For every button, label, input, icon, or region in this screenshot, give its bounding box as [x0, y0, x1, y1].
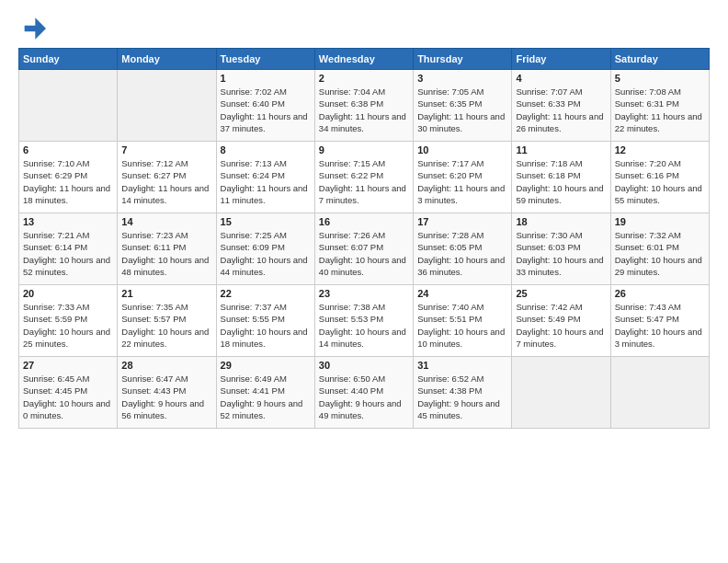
day-info: Sunrise: 7:12 AMSunset: 6:27 PMDaylight:… — [121, 157, 211, 206]
logo — [18, 15, 50, 42]
day-number: 20 — [23, 288, 113, 299]
day-number: 18 — [516, 216, 606, 227]
weekday-header-tuesday: Tuesday — [216, 49, 314, 70]
day-number: 7 — [121, 144, 211, 155]
day-number: 6 — [23, 144, 113, 155]
calendar-cell: 22Sunrise: 7:37 AMSunset: 5:55 PMDayligh… — [216, 285, 314, 357]
weekday-header-monday: Monday — [118, 49, 216, 70]
day-info: Sunrise: 7:25 AMSunset: 6:09 PMDaylight:… — [221, 229, 311, 278]
day-info: Sunrise: 7:30 AMSunset: 6:03 PMDaylight:… — [516, 229, 606, 278]
calendar-cell: 19Sunrise: 7:32 AMSunset: 6:01 PMDayligh… — [610, 213, 709, 285]
calendar-week-4: 20Sunrise: 7:33 AMSunset: 5:59 PMDayligh… — [19, 285, 710, 357]
day-info: Sunrise: 7:17 AMSunset: 6:20 PMDaylight:… — [417, 157, 507, 206]
calendar-cell: 2Sunrise: 7:04 AMSunset: 6:38 PMDaylight… — [314, 70, 413, 142]
day-number: 13 — [23, 216, 113, 227]
calendar-cell — [610, 357, 709, 429]
day-number: 23 — [319, 288, 409, 299]
day-info: Sunrise: 7:35 AMSunset: 5:57 PMDaylight:… — [121, 301, 211, 350]
day-number: 4 — [516, 73, 606, 84]
calendar-cell: 13Sunrise: 7:21 AMSunset: 6:14 PMDayligh… — [19, 213, 118, 285]
day-number: 15 — [221, 216, 311, 227]
calendar-cell: 24Sunrise: 7:40 AMSunset: 5:51 PMDayligh… — [414, 285, 512, 357]
header-row: SundayMondayTuesdayWednesdayThursdayFrid… — [19, 49, 710, 70]
svg-marker-0 — [25, 17, 46, 39]
calendar-cell: 8Sunrise: 7:13 AMSunset: 6:24 PMDaylight… — [216, 142, 314, 213]
day-info: Sunrise: 7:26 AMSunset: 6:07 PMDaylight:… — [319, 229, 409, 278]
calendar-cell: 7Sunrise: 7:12 AMSunset: 6:27 PMDaylight… — [118, 142, 216, 213]
day-info: Sunrise: 7:13 AMSunset: 6:24 PMDaylight:… — [221, 157, 311, 206]
day-number: 17 — [417, 216, 507, 227]
header — [18, 15, 710, 42]
day-number: 8 — [221, 144, 311, 155]
page: SundayMondayTuesdayWednesdayThursdayFrid… — [0, 0, 728, 438]
calendar-cell — [19, 70, 118, 142]
calendar-cell: 1Sunrise: 7:02 AMSunset: 6:40 PMDaylight… — [216, 70, 314, 142]
calendar-cell: 27Sunrise: 6:45 AMSunset: 4:45 PMDayligh… — [19, 357, 118, 429]
day-info: Sunrise: 7:33 AMSunset: 5:59 PMDaylight:… — [23, 301, 113, 350]
day-info: Sunrise: 7:28 AMSunset: 6:05 PMDaylight:… — [417, 229, 507, 278]
day-info: Sunrise: 7:37 AMSunset: 5:55 PMDaylight:… — [221, 301, 311, 350]
day-number: 26 — [615, 288, 705, 299]
calendar-cell: 15Sunrise: 7:25 AMSunset: 6:09 PMDayligh… — [216, 213, 314, 285]
day-number: 27 — [23, 360, 113, 371]
day-number: 12 — [615, 144, 705, 155]
day-number: 28 — [121, 360, 211, 371]
weekday-header-friday: Friday — [512, 49, 610, 70]
day-info: Sunrise: 7:20 AMSunset: 6:16 PMDaylight:… — [615, 157, 705, 206]
day-number: 1 — [221, 73, 311, 84]
day-number: 16 — [319, 216, 409, 227]
day-info: Sunrise: 6:52 AMSunset: 4:38 PMDaylight:… — [417, 373, 507, 421]
calendar-cell: 20Sunrise: 7:33 AMSunset: 5:59 PMDayligh… — [19, 285, 118, 357]
day-number: 3 — [417, 73, 507, 84]
day-number: 21 — [121, 288, 211, 299]
day-info: Sunrise: 7:04 AMSunset: 6:38 PMDaylight:… — [319, 86, 409, 134]
day-info: Sunrise: 7:42 AMSunset: 5:49 PMDaylight:… — [516, 301, 606, 350]
calendar-cell: 25Sunrise: 7:42 AMSunset: 5:49 PMDayligh… — [512, 285, 610, 357]
day-number: 5 — [615, 73, 705, 84]
calendar-cell: 23Sunrise: 7:38 AMSunset: 5:53 PMDayligh… — [314, 285, 413, 357]
calendar-cell: 14Sunrise: 7:23 AMSunset: 6:11 PMDayligh… — [118, 213, 216, 285]
day-number: 9 — [319, 144, 409, 155]
calendar-cell: 26Sunrise: 7:43 AMSunset: 5:47 PMDayligh… — [610, 285, 709, 357]
weekday-header-saturday: Saturday — [610, 49, 709, 70]
calendar-cell: 9Sunrise: 7:15 AMSunset: 6:22 PMDaylight… — [314, 142, 413, 213]
calendar-cell: 28Sunrise: 6:47 AMSunset: 4:43 PMDayligh… — [118, 357, 216, 429]
calendar-week-1: 1Sunrise: 7:02 AMSunset: 6:40 PMDaylight… — [19, 70, 710, 142]
calendar-cell: 18Sunrise: 7:30 AMSunset: 6:03 PMDayligh… — [512, 213, 610, 285]
day-info: Sunrise: 7:05 AMSunset: 6:35 PMDaylight:… — [417, 86, 507, 134]
day-number: 30 — [319, 360, 409, 371]
calendar-table: SundayMondayTuesdayWednesdayThursdayFrid… — [18, 48, 710, 429]
weekday-header-thursday: Thursday — [414, 49, 512, 70]
calendar-cell — [118, 70, 216, 142]
day-info: Sunrise: 7:10 AMSunset: 6:29 PMDaylight:… — [23, 157, 113, 206]
logo-icon — [18, 15, 46, 42]
day-info: Sunrise: 7:21 AMSunset: 6:14 PMDaylight:… — [23, 229, 113, 278]
day-info: Sunrise: 7:18 AMSunset: 6:18 PMDaylight:… — [516, 157, 606, 206]
calendar-week-3: 13Sunrise: 7:21 AMSunset: 6:14 PMDayligh… — [19, 213, 710, 285]
day-info: Sunrise: 7:08 AMSunset: 6:31 PMDaylight:… — [615, 86, 705, 134]
weekday-header-sunday: Sunday — [19, 49, 118, 70]
day-info: Sunrise: 7:02 AMSunset: 6:40 PMDaylight:… — [221, 86, 311, 134]
weekday-header-wednesday: Wednesday — [314, 49, 413, 70]
calendar-week-5: 27Sunrise: 6:45 AMSunset: 4:45 PMDayligh… — [19, 357, 710, 429]
day-info: Sunrise: 6:50 AMSunset: 4:40 PMDaylight:… — [319, 373, 409, 421]
day-info: Sunrise: 7:38 AMSunset: 5:53 PMDaylight:… — [319, 301, 409, 350]
calendar-cell: 16Sunrise: 7:26 AMSunset: 6:07 PMDayligh… — [314, 213, 413, 285]
day-info: Sunrise: 6:49 AMSunset: 4:41 PMDaylight:… — [221, 373, 311, 421]
calendar-cell: 6Sunrise: 7:10 AMSunset: 6:29 PMDaylight… — [19, 142, 118, 213]
day-number: 29 — [221, 360, 311, 371]
calendar-cell: 10Sunrise: 7:17 AMSunset: 6:20 PMDayligh… — [414, 142, 512, 213]
calendar-week-2: 6Sunrise: 7:10 AMSunset: 6:29 PMDaylight… — [19, 142, 710, 213]
day-info: Sunrise: 7:23 AMSunset: 6:11 PMDaylight:… — [121, 229, 211, 278]
day-info: Sunrise: 7:43 AMSunset: 5:47 PMDaylight:… — [615, 301, 705, 350]
calendar-body: 1Sunrise: 7:02 AMSunset: 6:40 PMDaylight… — [19, 70, 710, 429]
calendar-cell: 29Sunrise: 6:49 AMSunset: 4:41 PMDayligh… — [216, 357, 314, 429]
day-info: Sunrise: 6:47 AMSunset: 4:43 PMDaylight:… — [121, 373, 211, 421]
day-info: Sunrise: 7:40 AMSunset: 5:51 PMDaylight:… — [417, 301, 507, 350]
calendar-cell: 5Sunrise: 7:08 AMSunset: 6:31 PMDaylight… — [610, 70, 709, 142]
day-number: 19 — [615, 216, 705, 227]
calendar-cell: 4Sunrise: 7:07 AMSunset: 6:33 PMDaylight… — [512, 70, 610, 142]
day-number: 10 — [417, 144, 507, 155]
day-number: 25 — [516, 288, 606, 299]
day-info: Sunrise: 7:15 AMSunset: 6:22 PMDaylight:… — [319, 157, 409, 206]
